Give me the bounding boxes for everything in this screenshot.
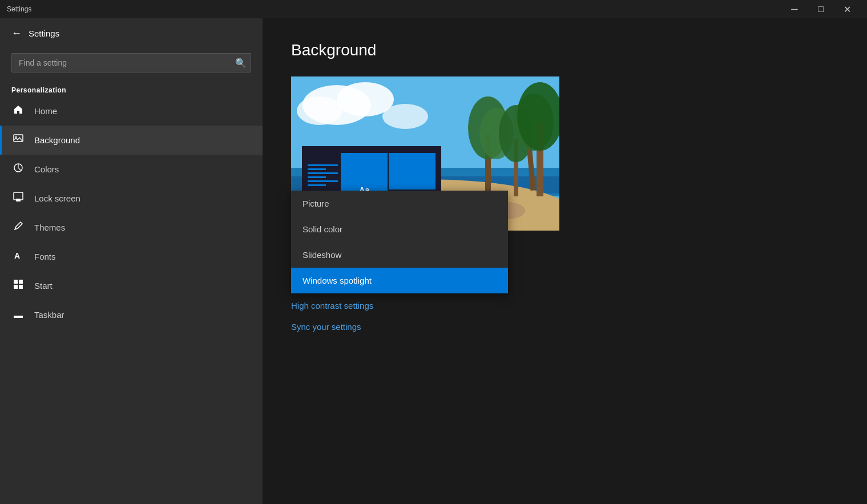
sidebar-item-home[interactable]: Home [0,96,263,126]
sidebar-item-start[interactable]: Start [0,271,263,300]
titlebar-controls: ─ □ ✕ [781,0,860,18]
taskbar-nav-icon [11,308,25,321]
search-container: 🔍 [11,53,251,72]
sidebar-item-taskbar[interactable]: Taskbar [0,300,263,329]
fonts-nav-icon: A [11,250,25,263]
svg-point-1 [15,136,17,138]
colors-nav-icon [11,163,25,176]
mini-line-2 [308,168,326,170]
svg-rect-7 [19,280,23,284]
sidebar-item-themes[interactable]: Themes [0,213,263,242]
mini-line-3 [308,172,338,174]
sidebar-item-label-background: Background [34,135,80,145]
svg-point-14 [297,96,342,125]
related-link-sync-settings[interactable]: Sync your settings [291,322,838,332]
back-arrow-icon: ← [11,27,22,39]
sidebar-item-colors[interactable]: Colors [0,155,263,184]
nav-list: HomeBackgroundColorsLock screenThemesAFo… [0,96,263,329]
sidebar-item-label-themes: Themes [34,223,65,232]
sidebar-item-fonts[interactable]: AFonts [0,242,263,271]
search-icon[interactable]: 🔍 [235,58,247,68]
related-link-high-contrast[interactable]: High contrast settings [291,301,838,311]
lock-screen-nav-icon [11,192,25,205]
dropdown-item-windows-spotlight[interactable]: Windows spotlight [291,268,508,293]
sidebar-item-label-lock-screen: Lock screen [34,193,80,203]
maximize-button[interactable]: □ [808,0,834,18]
svg-rect-4 [16,199,21,201]
mini-sidebar [308,164,338,186]
mini-line-6 [308,184,326,186]
mini-line-5 [308,180,338,182]
mini-line-4 [308,176,326,178]
related-links: High contrast settingsSync your settings [291,301,838,332]
sidebar: ← Settings 🔍 Personalization HomeBackgro… [0,18,263,504]
sidebar-back[interactable]: ← Settings [0,18,263,49]
start-nav-icon [11,279,25,292]
themes-nav-icon [11,221,25,234]
svg-rect-9 [19,285,23,289]
sidebar-item-background[interactable]: Background [0,126,263,155]
sidebar-item-label-taskbar: Taskbar [34,310,64,320]
sidebar-item-label-home: Home [34,106,57,116]
svg-rect-8 [14,285,18,289]
preview-container: Aa PictureSolid colorSlideshowWindows sp… [291,76,559,231]
sidebar-app-title: Settings [29,29,59,38]
titlebar: Settings ─ □ ✕ [0,0,867,18]
titlebar-title: Settings [7,5,781,13]
search-input[interactable] [11,53,251,72]
mini-tile-1 [389,153,435,189]
close-button[interactable]: ✕ [834,0,860,18]
dropdown-item-solid-color[interactable]: Solid color [291,216,508,242]
sidebar-item-label-start: Start [34,281,53,291]
mini-line-1 [308,164,338,166]
main-content: Background [263,18,867,504]
app-container: ← Settings 🔍 Personalization HomeBackgro… [0,18,867,504]
sidebar-item-label-colors: Colors [34,164,59,174]
svg-point-15 [382,104,428,129]
home-nav-icon [11,104,25,118]
svg-rect-10 [14,316,23,318]
dropdown-item-picture[interactable]: Picture [291,191,508,216]
minimize-button[interactable]: ─ [781,0,808,18]
background-type-dropdown: PictureSolid colorSlideshowWindows spotl… [291,191,508,293]
sidebar-item-lock-screen[interactable]: Lock screen [0,184,263,213]
dropdown-item-slideshow[interactable]: Slideshow [291,242,508,268]
background-nav-icon [11,134,25,147]
svg-rect-6 [14,280,18,284]
page-title: Background [291,41,838,59]
svg-text:A: A [14,251,20,260]
sidebar-item-label-fonts: Fonts [34,252,56,261]
section-label: Personalization [0,82,263,96]
